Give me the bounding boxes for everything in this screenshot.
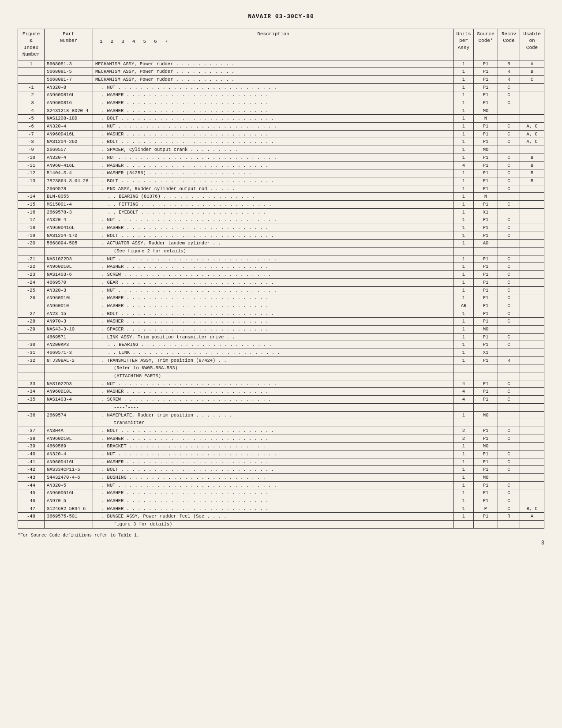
fig-index-cell: -2 [18,91,45,99]
table-row: 5668081-7 MECHANISM ASSY, Power rudder .… [18,75,544,83]
units-cell: 1 [454,356,474,364]
table-row: -48 3669575-501 . BUNGEE ASSY, Power rud… [18,513,544,521]
fig-index-cell: -10 [18,154,45,161]
units-cell: 1 [454,232,474,240]
source-cell: P1 [474,68,498,76]
units-cell [454,248,474,255]
table-row: -31 4669571-3 . . LINK . . . . . . . . .… [18,349,544,357]
description-cell: . NUT . . . . . . . . . . . . . . . . . … [93,216,454,224]
fig-index-cell: -36 [18,411,45,419]
units-cell: 1 [454,115,474,123]
usable-cell [520,294,544,302]
table-row: -23 NAS1403-6 . SCREW . . . . . . . . . … [18,271,544,279]
usable-cell [520,489,544,497]
units-cell: 1 [454,286,474,294]
table-row: -26 AN960D10L . WASHER . . . . . . . . .… [18,294,544,302]
part-number-cell: AN960D816L [45,91,93,99]
part-number-cell: AN320-5 [45,481,93,489]
part-number-cell: MS15001-4 [45,200,93,208]
part-number-cell: AN320-8 [45,83,93,91]
description-cell: MECHANISM ASSY, Power rudder . . . . . .… [93,60,454,68]
recov-cell: C [498,388,520,396]
table-row: -22 AN960D10L . WASHER . . . . . . . . .… [18,263,544,271]
part-number-cell: S124682-5R34-6 [45,505,93,513]
fig-index-cell [18,75,45,83]
fig-index-cell: -17 [18,216,45,224]
table-row: -8 NAS1204-26D . BOLT . . . . . . . . . … [18,138,544,146]
part-number-cell: NAS1208-18D [45,115,93,123]
description-cell: . WASHER (84256) . . . . . . . . . . . .… [93,169,454,177]
part-number-cell: 8TJ39BAL-2 [45,356,93,364]
fig-index-cell: -24 [18,278,45,286]
col-header-source: Source Code* [474,29,498,60]
recov-cell [498,521,520,529]
source-cell [474,403,498,411]
description-cell: . WASHER . . . . . . . . . . . . . . . .… [93,497,454,505]
table-row: -33 NAS1022D3 . NUT . . . . . . . . . . … [18,380,544,388]
table-row: ----*---- [18,403,544,411]
source-cell [474,419,498,427]
col-header-desc: Description 1 2 3 4 5 6 7 [93,29,454,60]
fig-index-cell: -32 [18,356,45,364]
fig-index-cell: -44 [18,481,45,489]
part-number-cell: 5668081-7 [45,75,93,83]
usable-cell: B [520,68,544,76]
table-row: -27 AN23-15 . BOLT . . . . . . . . . . .… [18,310,544,318]
fig-index-cell: -39 [18,443,45,450]
fig-index-cell: -5 [18,115,45,123]
part-number-cell: NAS1022D3 [45,255,93,263]
source-cell: P1 [474,450,498,458]
table-row: -36 2669574 . NAMEPLATE, Rudder trim pos… [18,411,544,419]
part-number-cell: AN3H4A [45,427,93,435]
usable-cell [520,232,544,240]
table-row: -25 AN320-3 . NUT . . . . . . . . . . . … [18,286,544,294]
fig-index-cell: -12 [18,169,45,177]
description-cell: . WASHER . . . . . . . . . . . . . . . .… [93,318,454,326]
description-cell: . WASHER . . . . . . . . . . . . . . . .… [93,458,454,466]
units-cell: 1 [454,310,474,318]
table-row: -45 AN960D516L . WASHER . . . . . . . . … [18,489,544,497]
units-cell: 1 [454,474,474,482]
source-cell: P1 [474,138,498,146]
source-cell: P1 [474,60,498,68]
table-row: -16 2669578-3 . . EYEBOLT . . . . . . . … [18,208,544,216]
source-cell: P1 [474,396,498,404]
col-header-units: Units per Assy [454,29,474,60]
units-cell: AR [454,302,474,310]
units-cell: 1 [454,450,474,458]
description-cell: . WASHER . . . . . . . . . . . . . . . .… [93,99,454,107]
source-cell: P1 [474,466,498,474]
description-cell: . WASHER . . . . . . . . . . . . . . . .… [93,388,454,396]
part-number-cell: AN23-15 [45,310,93,318]
description-cell: . SCREW . . . . . . . . . . . . . . . . … [93,271,454,279]
description-cell: . END ASSY, Rudder cylinder output rod .… [93,185,454,193]
source-cell [474,364,498,372]
source-cell: P1 [474,435,498,443]
fig-index-cell: -25 [18,286,45,294]
table-row: -21 NAS1022D3 . NUT . . . . . . . . . . … [18,255,544,263]
source-cell: P1 [474,123,498,131]
description-cell: . WASHER . . . . . . . . . . . . . . . .… [93,505,454,513]
usable-cell [520,443,544,450]
units-cell: 1 [454,75,474,83]
part-number-cell: 3669575-501 [45,513,93,521]
part-number-cell: AN960D10L [45,294,93,302]
recov-cell: C [498,505,520,513]
usable-cell: B, C [520,505,544,513]
table-row: -18 AN960D416L . WASHER . . . . . . . . … [18,224,544,232]
source-cell: MO [474,325,498,333]
part-number-cell [45,403,93,411]
usable-cell [520,435,544,443]
usable-cell [520,318,544,326]
table-row: (See figure 2 for details) [18,248,544,255]
part-number-cell: NAS1022D3 [45,380,93,388]
source-cell [474,521,498,529]
recov-cell: C [498,232,520,240]
table-row: -39 4669569 . BRACKET . . . . . . . . . … [18,443,544,450]
source-cell: MO [474,474,498,482]
source-cell: P1 [474,161,498,169]
units-cell: 1 [454,458,474,466]
description-cell: . SCREW . . . . . . . . . . . . . . . . … [93,396,454,404]
source-cell: MO [474,146,498,154]
fig-index-cell: -38 [18,435,45,443]
